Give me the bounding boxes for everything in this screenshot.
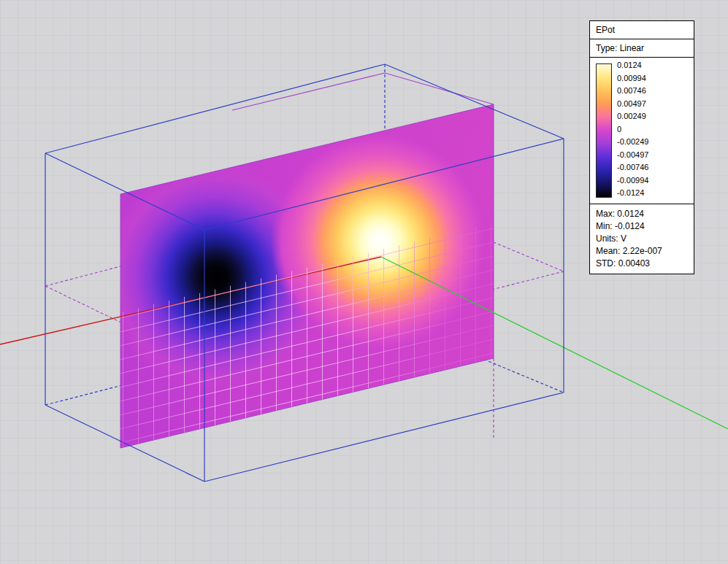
scale-label: -0.0124 [617, 189, 648, 197]
legend-stats: Max: 0.0124 Min: -0.0124 Units: V Mean: … [590, 204, 694, 274]
stat-max: Max: 0.0124 [596, 208, 688, 220]
scale-label: 0.00994 [617, 74, 648, 82]
legend-colorbar-section: 0.0124 0.00994 0.00746 0.00497 0.00249 0… [590, 58, 694, 204]
stat-units: Units: V [596, 233, 688, 245]
scale-label: -0.00994 [617, 177, 648, 185]
scale-label: 0.00497 [617, 100, 648, 108]
colorbar-labels: 0.0124 0.00994 0.00746 0.00497 0.00249 0… [617, 61, 648, 197]
legend-panel: EPot Type: Linear 0.0124 0.00994 0.00746… [589, 20, 694, 274]
legend-interpolation-type: Type: Linear [590, 39, 694, 58]
scale-label: 0.00249 [617, 112, 648, 120]
scale-label: -0.00746 [617, 163, 648, 171]
scale-label: -0.00497 [617, 151, 648, 159]
stat-std: STD: 0.00403 [596, 258, 688, 270]
stat-mean: Mean: 2.22e-007 [596, 245, 688, 258]
colorbar [596, 63, 612, 198]
stat-min: Min: -0.0124 [596, 220, 688, 233]
scale-label: 0 [617, 125, 648, 134]
legend-title: EPot [590, 21, 694, 39]
scale-label: 0.00746 [617, 87, 648, 95]
scale-label: 0.0124 [617, 61, 648, 69]
scale-label: -0.00249 [617, 138, 648, 146]
